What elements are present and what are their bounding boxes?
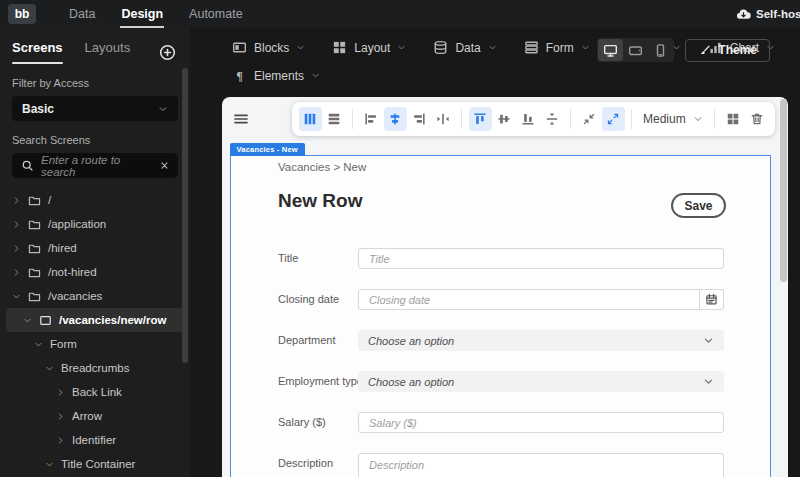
- chevron-right-icon[interactable]: [12, 244, 21, 253]
- menu-elements[interactable]: ¶Elements: [232, 68, 320, 83]
- select-input[interactable]: Choose an option: [358, 371, 724, 392]
- canvas-scrollbar[interactable]: [780, 99, 787, 282]
- chevron-down-icon[interactable]: [34, 340, 43, 349]
- folder-icon: [28, 194, 41, 207]
- toolbar-align-left-button[interactable]: [360, 107, 383, 131]
- device-mobile-button[interactable]: [648, 39, 673, 61]
- toolbar-expand-button[interactable]: [602, 107, 625, 131]
- select-value: Choose an option: [368, 335, 454, 347]
- chevron-right-icon[interactable]: [12, 220, 21, 229]
- toolbar-separator: [714, 109, 715, 129]
- chevron-right-icon[interactable]: [12, 268, 21, 277]
- layout-icon: [332, 40, 347, 55]
- field-label: Title: [278, 248, 298, 269]
- save-button[interactable]: Save: [671, 193, 726, 218]
- toolbar-align-bottom-button[interactable]: [517, 107, 540, 131]
- toolbar-shrink-button[interactable]: [578, 107, 601, 131]
- toolbar-distribute-h-button[interactable]: [432, 107, 455, 131]
- selection-label: Vacancies - New: [230, 143, 305, 156]
- menu-layout[interactable]: Layout: [332, 40, 406, 55]
- search-screens-label: Search Screens: [12, 134, 178, 146]
- field-label: Salary ($): [278, 412, 326, 433]
- tree-item--[interactable]: /: [0, 188, 190, 212]
- rows-icon: [327, 112, 341, 126]
- tree-item-label: /hired: [48, 242, 77, 254]
- tree-item-label: /: [48, 194, 51, 206]
- tree-item-form[interactable]: Form: [0, 332, 190, 356]
- tree-item-arrow[interactable]: Arrow: [0, 404, 190, 428]
- toolbar-align-top-button[interactable]: [469, 107, 492, 131]
- menu-blocks[interactable]: Blocks: [232, 40, 305, 55]
- tree-item--vacancies-new-row[interactable]: /vacancies/new/row: [6, 308, 184, 332]
- toolbar-separator: [631, 109, 632, 129]
- chevron-down-icon[interactable]: [12, 292, 21, 301]
- component-settings-toolbar: Medium: [292, 102, 775, 136]
- chevron-right-icon[interactable]: [12, 196, 21, 205]
- device-desktop-button[interactable]: [598, 39, 623, 61]
- theme-button[interactable]: Theme: [685, 39, 770, 62]
- top-tab-design[interactable]: Design: [108, 0, 176, 28]
- tree-item--hired[interactable]: /hired: [0, 236, 190, 260]
- toolbar-separator: [570, 109, 571, 129]
- hamburger-menu-icon[interactable]: [233, 111, 249, 127]
- toolbar-separator: [352, 109, 353, 129]
- tree-item-breadcrumbs[interactable]: Breadcrumbs: [0, 356, 190, 380]
- toolbar-align-right-button[interactable]: [408, 107, 431, 131]
- align-top-icon: [473, 112, 487, 126]
- menu-data[interactable]: Data: [433, 40, 496, 55]
- chevron-right-icon[interactable]: [56, 436, 65, 445]
- sidebar-tabs: Screens Layouts: [0, 28, 190, 64]
- toolbar-distribute-v-button[interactable]: [541, 107, 564, 131]
- design-canvas: Medium Vacancies - New Vacancies > New N…: [222, 97, 788, 477]
- self-host-button[interactable]: Self-host B: [736, 0, 800, 28]
- size-dropdown[interactable]: Medium: [638, 112, 708, 126]
- top-tab-data[interactable]: Data: [56, 0, 108, 28]
- text-input[interactable]: Title: [358, 248, 724, 269]
- select-input[interactable]: Choose an option: [358, 330, 724, 351]
- tree-item-back-link[interactable]: Back Link: [0, 380, 190, 404]
- chevron-right-icon[interactable]: [56, 412, 65, 421]
- trash-icon: [750, 112, 764, 126]
- access-filter-select[interactable]: Basic: [12, 96, 178, 121]
- tree-item--not-hired[interactable]: /not-hired: [0, 260, 190, 284]
- clear-search-icon[interactable]: [160, 161, 169, 170]
- align-bottom-icon: [521, 112, 535, 126]
- chevron-down-icon: [703, 376, 714, 387]
- chevron-down-icon[interactable]: [23, 316, 32, 325]
- toolbar-columns-button[interactable]: [299, 107, 322, 131]
- sidebar-scrollbar[interactable]: [182, 68, 188, 363]
- chevron-down-icon[interactable]: [45, 460, 54, 469]
- toolbar-trash-button[interactable]: [745, 107, 768, 131]
- folder-icon: [28, 218, 41, 231]
- breadcrumb[interactable]: Vacancies > New: [278, 161, 366, 173]
- tab-screens[interactable]: Screens: [12, 40, 63, 64]
- search-placeholder: Enter a route to search: [41, 154, 153, 178]
- menu-form[interactable]: Form: [524, 40, 590, 55]
- textarea-input[interactable]: Description: [358, 453, 724, 477]
- toolbar-align-middle-button[interactable]: [493, 107, 516, 131]
- add-screen-button[interactable]: [159, 44, 176, 61]
- date-input[interactable]: Closing date: [358, 289, 700, 310]
- tree-item--application[interactable]: /application: [0, 212, 190, 236]
- folder-icon: [28, 266, 41, 279]
- screen-search-input[interactable]: Enter a route to search: [12, 153, 178, 178]
- toolbar-align-center-h-button[interactable]: [384, 107, 407, 131]
- tree-item-identifier[interactable]: Identifier: [0, 428, 190, 452]
- toolbar-rows-button[interactable]: [323, 107, 346, 131]
- device-tablet-button[interactable]: [623, 39, 648, 61]
- chevron-right-icon[interactable]: [56, 388, 65, 397]
- menu-label: Data: [455, 41, 480, 55]
- tree-item--vacancies[interactable]: /vacancies: [0, 284, 190, 308]
- chevron-down-icon[interactable]: [45, 364, 54, 373]
- calendar-button[interactable]: [700, 289, 724, 310]
- screen-preview[interactable]: Vacancies - New Vacancies > New New Row …: [230, 155, 771, 477]
- folder-icon: [28, 290, 41, 303]
- text-input[interactable]: Salary ($): [358, 412, 724, 433]
- page-title: New Row: [278, 190, 362, 212]
- tab-layouts[interactable]: Layouts: [85, 40, 131, 64]
- chevron-down-icon: [693, 114, 703, 124]
- toolbar-grid-squares-button[interactable]: [721, 107, 744, 131]
- budibase-logo[interactable]: bb: [8, 4, 36, 24]
- tree-item-title-container[interactable]: Title Container: [0, 452, 190, 476]
- top-tab-automate[interactable]: Automate: [176, 0, 256, 28]
